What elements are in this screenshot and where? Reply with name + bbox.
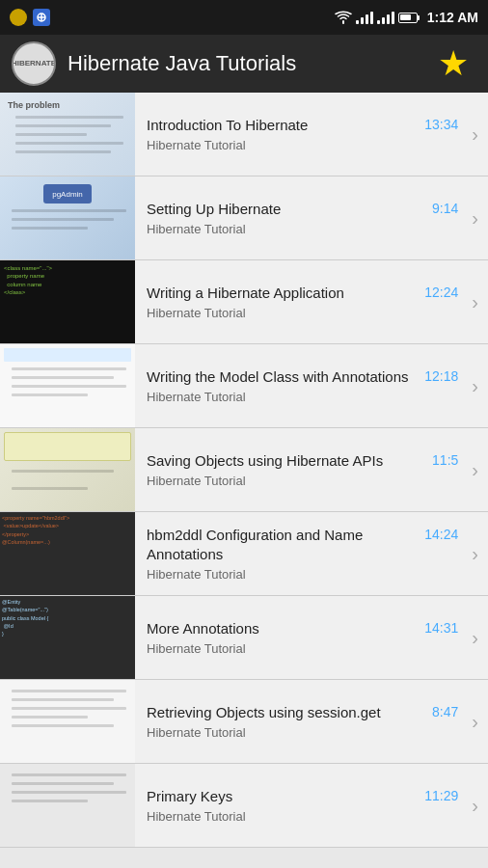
chevron-right-icon: › [468,543,488,565]
item-subtitle: Hibernate Tutorial [147,138,458,152]
item-title: More Annotations [147,619,420,638]
chevron-right-icon: › [468,291,488,313]
chevron-right-icon: › [468,711,488,733]
item-title-row: Saving Objects using Hibernate APIs 11:5 [147,451,458,471]
chevron-right-icon: › [468,627,488,649]
item-title-row: Introduction To Hibernate 13:34 [147,116,458,135]
item-duration: 8:47 [432,704,458,719]
tutorial-list: The problem Introduction To Hibernate 13… [0,93,488,868]
status-left-icons [10,9,50,26]
item-content-7: More Annotations 14:31 Hibernate Tutoria… [135,611,468,665]
list-item[interactable]: <class name="..."> property name column … [0,260,488,344]
item-title-row: Primary Keys 11:29 [147,787,458,806]
item-content-6: hbm2ddl Configuration and Name Annotatio… [135,518,468,589]
item-subtitle: Hibernate Tutorial [147,641,458,656]
item-content-2: Setting Up Hibernate 9:14 Hibernate Tuto… [135,192,468,245]
battery-icon [398,13,420,23]
thumbnail-5 [0,428,135,511]
list-item[interactable]: The problem Introduction To Hibernate 13… [0,93,488,176]
item-subtitle: Hibernate Tutorial [147,390,458,404]
status-right-icons: 1:12 AM [335,10,478,25]
item-title: Writing a Hibernate Application [147,284,420,303]
chevron-right-icon: › [468,795,488,817]
item-duration: 14:31 [424,620,458,636]
item-duration: 12:18 [424,368,458,384]
chevron-right-icon: › [468,207,488,230]
item-subtitle: Hibernate Tutorial [147,222,458,236]
list-item[interactable]: Saving Objects using Hibernate APIs 11:5… [0,428,488,512]
signal-bars-1 [356,11,373,24]
item-subtitle: Hibernate Tutorial [147,567,458,582]
item-title: Saving Objects using Hibernate APIs [147,451,428,471]
item-title: Retrieving Objects using session.get [147,703,428,722]
item-duration: 14:24 [424,527,458,542]
status-time: 1:12 AM [427,10,478,25]
app-logo: Hibernate [12,41,56,86]
item-duration: 12:24 [424,285,458,300]
item-title-row: Writing the Model Class with Annotations… [147,367,458,387]
item-title: Introduction To Hibernate [147,116,420,135]
item-content-5: Saving Objects using Hibernate APIs 11:5… [135,444,468,497]
chevron-right-icon: › [468,375,488,397]
chevron-right-icon: › [468,459,488,481]
item-subtitle: Hibernate Tutorial [147,809,458,824]
item-title-row: More Annotations 14:31 [147,619,458,638]
item-content-8: Retrieving Objects using session.get 8:4… [135,695,468,748]
app-title: Hibernate Java Tutorials [68,51,419,76]
item-title-row: Writing a Hibernate Application 12:24 [147,284,458,303]
item-content-1: Introduction To Hibernate 13:34 Hibernat… [135,108,468,161]
list-item[interactable]: Retrieving Objects using session.get 8:4… [0,680,488,764]
item-duration: 11:29 [424,788,458,803]
list-item[interactable]: Primary Keys 11:29 Hibernate Tutorial › [0,764,488,848]
item-content-4: Writing the Model Class with Annotations… [135,360,468,413]
thumbnail-9 [0,764,135,847]
item-title-row: Retrieving Objects using session.get 8:4… [147,703,458,722]
chevron-right-icon: › [468,123,488,146]
list-item[interactable]: @Entity @Table(name="...") public class … [0,596,488,680]
list-item[interactable]: pgAdmin Setting Up Hibernate 9:14 Hibern… [0,176,488,260]
list-item[interactable]: Writing the Model Class with Annotations… [0,344,488,428]
item-title: hbm2ddl Configuration and Name Annotatio… [147,526,420,563]
thumbnail-2: pgAdmin [0,176,135,259]
item-title: Setting Up Hibernate [147,200,428,219]
item-title: Writing the Model Class with Annotations [147,367,420,387]
app-icon-1 [10,9,27,26]
list-item[interactable]: <property name="hbm2ddl"> <value>update<… [0,512,488,596]
thumbnail-3: <class name="..."> property name column … [0,260,135,343]
thumbnail-7: @Entity @Table(name="...") public class … [0,596,135,679]
item-duration: 13:34 [424,117,458,132]
thumbnail-1: The problem [0,93,135,176]
status-bar: 1:12 AM [0,0,488,35]
item-title: Primary Keys [147,787,420,806]
item-duration: 9:14 [432,201,458,216]
item-content-9: Primary Keys 11:29 Hibernate Tutorial [135,779,468,832]
thumbnail-6: <property name="hbm2ddl"> <value>update<… [0,512,135,595]
item-content-3: Writing a Hibernate Application 12:24 Hi… [135,276,468,329]
item-subtitle: Hibernate Tutorial [147,306,458,320]
item-title-row: hbm2ddl Configuration and Name Annotatio… [147,526,458,563]
thumbnail-4 [0,344,135,427]
item-duration: 11:5 [432,452,458,468]
app-icon-2 [33,9,50,26]
star-icon: ★ [438,46,469,81]
wifi-icon [335,11,352,24]
app-header: Hibernate Hibernate Java Tutorials ★ [0,35,488,93]
favorite-button[interactable]: ★ [430,41,476,87]
item-title-row: Setting Up Hibernate 9:14 [147,200,458,219]
item-subtitle: Hibernate Tutorial [147,474,458,488]
thumbnail-8 [0,680,135,763]
item-subtitle: Hibernate Tutorial [147,725,458,740]
signal-bars-2 [377,11,394,24]
